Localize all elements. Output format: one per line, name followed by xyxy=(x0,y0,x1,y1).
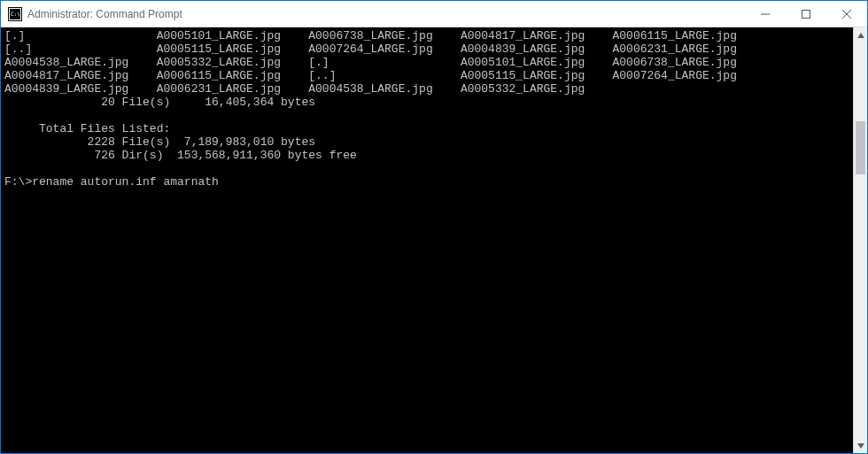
scrollbar[interactable] xyxy=(853,27,867,453)
terminal-line: A0004839_LARGE.jpg A0006231_LARGE.jpg A0… xyxy=(4,82,849,96)
terminal-line: 20 File(s) 16,405,364 bytes xyxy=(4,96,849,109)
scroll-down-button[interactable] xyxy=(854,438,867,453)
window-controls xyxy=(745,1,867,27)
terminal-line: F:\>rename autorun.inf amarnath xyxy=(4,175,849,189)
scrollbar-thumb[interactable] xyxy=(856,121,865,174)
terminal-line: A0004817_LARGE.jpg A0006115_LARGE.jpg [.… xyxy=(4,69,849,82)
svg-marker-8 xyxy=(857,33,864,38)
terminal-line: 726 Dir(s) 153,568,911,360 bytes free xyxy=(4,149,849,162)
scroll-up-button[interactable] xyxy=(854,27,867,42)
svg-text:C:\: C:\ xyxy=(11,11,20,17)
terminal-line: Total Files Listed: xyxy=(4,122,849,135)
terminal-line xyxy=(4,162,849,175)
close-button[interactable] xyxy=(826,1,867,27)
minimize-button[interactable] xyxy=(745,1,786,27)
window-title: Administrator: Command Prompt xyxy=(27,8,182,20)
terminal-line: [..] A0005115_LARGE.jpg A0007264_LARGE.j… xyxy=(4,42,849,56)
terminal-area: [.] A0005101_LARGE.jpg A0006738_LARGE.jp… xyxy=(1,27,867,453)
svg-marker-9 xyxy=(857,443,864,449)
terminal-line: A0004538_LARGE.jpg A0005332_LARGE.jpg [.… xyxy=(4,56,849,69)
svg-rect-5 xyxy=(802,10,810,18)
command-prompt-window: C:\ Administrator: Command Prompt [.] A0… xyxy=(0,0,868,454)
titlebar[interactable]: C:\ Administrator: Command Prompt xyxy=(1,1,867,27)
terminal-line: 2228 File(s) 7,189,983,010 bytes xyxy=(4,135,849,149)
scrollbar-track[interactable] xyxy=(854,42,867,438)
terminal-output[interactable]: [.] A0005101_LARGE.jpg A0006738_LARGE.jp… xyxy=(1,27,853,453)
maximize-button[interactable] xyxy=(786,1,826,27)
terminal-line: [.] A0005101_LARGE.jpg A0006738_LARGE.jp… xyxy=(4,29,849,42)
terminal-line xyxy=(4,109,849,122)
app-icon: C:\ xyxy=(8,7,22,21)
